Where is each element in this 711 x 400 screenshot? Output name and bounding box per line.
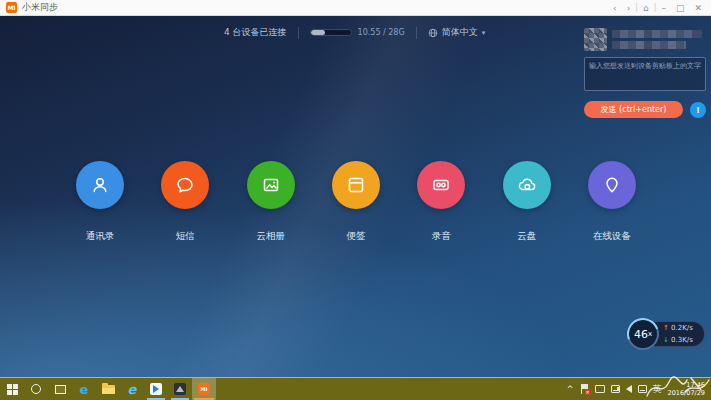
- storage-used-label: 10.55 / 28G: [358, 28, 405, 37]
- taskbar-player-app[interactable]: [144, 378, 168, 400]
- network-icon[interactable]: [595, 385, 605, 393]
- storage-progress: 10.55 / 28G: [310, 28, 405, 37]
- storage-progress-fill: [311, 30, 325, 35]
- send-button[interactable]: 发送 (ctrl+enter): [584, 101, 683, 118]
- folder-icon: [102, 385, 115, 394]
- zoom-badge[interactable]: 46x: [627, 318, 659, 350]
- send-text-panel: 发送 (ctrl+enter) !: [584, 28, 706, 118]
- module-grid: 通讯录 短信 云相册: [62, 161, 650, 243]
- mi-sync-icon: MI: [198, 383, 210, 395]
- taskbar-internet-explorer[interactable]: e: [120, 378, 144, 400]
- maximize-button[interactable]: □: [671, 1, 690, 15]
- online-device-icon: [588, 161, 636, 209]
- zoom-value: 46: [634, 328, 648, 341]
- send-row: 发送 (ctrl+enter) !: [584, 101, 706, 118]
- network-speeds: ↑ 0.2K/s ↓ 0.3K/s: [663, 322, 693, 346]
- screen: MI 小米同步 ‹ › | ⌂ | – □ ✕ 4 台设备已连接 10.55 /…: [0, 0, 711, 400]
- language-label: 简体中文: [442, 26, 478, 39]
- system-tray: ^ ✕ 英 17:46 2016/07/29: [567, 378, 711, 400]
- close-button[interactable]: ✕: [689, 1, 707, 15]
- ime-language-indicator[interactable]: 英: [653, 383, 662, 396]
- forward-button[interactable]: ›: [622, 1, 636, 15]
- action-center-alert-icon[interactable]: ✕: [580, 384, 589, 394]
- zoom-suffix: x: [648, 330, 652, 338]
- download-arrow-icon: ↓: [663, 336, 669, 344]
- internet-explorer-icon: e: [128, 383, 137, 396]
- edge-icon: e: [80, 383, 89, 396]
- cortana-icon: [31, 384, 41, 394]
- send-text-input[interactable]: [584, 57, 706, 91]
- taskbar-mi-sync[interactable]: MI: [192, 378, 216, 400]
- language-selector[interactable]: 简体中文 ▾: [428, 26, 486, 39]
- globe-icon: [428, 28, 438, 38]
- taskbar-edge[interactable]: e: [72, 378, 96, 400]
- clock-time: 17:46: [668, 381, 705, 389]
- album-icon: [247, 161, 295, 209]
- back-button[interactable]: ‹: [608, 1, 622, 15]
- module-label: 云盘: [517, 230, 536, 243]
- volume-icon[interactable]: [626, 385, 632, 393]
- module-recordings[interactable]: 录音: [403, 161, 479, 243]
- devices-connected-label: 4 台设备已连接: [224, 26, 287, 39]
- task-view-icon: [55, 385, 66, 394]
- sms-icon: [161, 161, 209, 209]
- redacted-text-bar: [612, 30, 702, 38]
- minimize-button[interactable]: –: [656, 1, 671, 15]
- module-sms[interactable]: 短信: [147, 161, 223, 243]
- cloud-icon: [503, 161, 551, 209]
- module-label: 便签: [346, 230, 365, 243]
- windows-logo-icon: [7, 384, 18, 395]
- module-cloud-drive[interactable]: 云盘: [489, 161, 565, 243]
- recorder-icon: [417, 161, 465, 209]
- info-button[interactable]: !: [690, 102, 706, 118]
- storage-progress-track: [310, 29, 352, 36]
- taskbar-file-explorer[interactable]: [96, 378, 120, 400]
- window-title: 小米同步: [22, 1, 58, 14]
- taskbar: e e MI ^ ✕ 英 17:46 2016/07/29: [0, 378, 711, 400]
- cortana-button[interactable]: [24, 378, 48, 400]
- redacted-text-bar: [612, 41, 686, 49]
- contacts-icon: [76, 161, 124, 209]
- home-button[interactable]: ⌂: [638, 1, 654, 15]
- app-background: 4 台设备已连接 10.55 / 28G 简体中文 ▾: [0, 16, 711, 378]
- status-header: 4 台设备已连接 10.55 / 28G 简体中文 ▾: [224, 26, 485, 39]
- start-button[interactable]: [0, 378, 24, 400]
- module-contacts[interactable]: 通讯录: [62, 161, 138, 243]
- taskbar-clock[interactable]: 17:46 2016/07/29: [668, 381, 707, 397]
- module-label: 在线设备: [593, 230, 631, 243]
- module-label: 通讯录: [86, 230, 115, 243]
- taskbar-empty-area: [216, 378, 567, 400]
- notes-icon: [332, 161, 380, 209]
- upload-arrow-icon: ↑: [663, 324, 669, 332]
- task-view-button[interactable]: [48, 378, 72, 400]
- show-hidden-icons-chevron[interactable]: ^: [567, 385, 574, 394]
- username-redacted: [612, 28, 706, 52]
- module-label: 短信: [176, 230, 195, 243]
- dark-app-icon: [174, 383, 186, 395]
- download-speed: ↓ 0.3K/s: [663, 334, 693, 346]
- header-divider: [298, 27, 299, 39]
- window-titlebar: MI 小米同步 ‹ › | ⌂ | – □ ✕: [0, 0, 711, 16]
- module-online-devices[interactable]: 在线设备: [574, 161, 650, 243]
- notifications-icon[interactable]: [638, 385, 647, 393]
- clock-date: 2016/07/29: [668, 389, 705, 397]
- chevron-down-icon: ▾: [482, 29, 486, 37]
- mi-logo-icon: MI: [6, 2, 17, 13]
- user-row: [584, 28, 706, 52]
- header-divider: [416, 27, 417, 39]
- module-notes[interactable]: 便签: [318, 161, 394, 243]
- taskbar-dark-app[interactable]: [168, 378, 192, 400]
- player-icon: [150, 383, 162, 395]
- upload-speed: ↑ 0.2K/s: [663, 322, 693, 334]
- speed-overlay[interactable]: ↑ 0.2K/s ↓ 0.3K/s 46x: [627, 318, 707, 350]
- module-cloud-album[interactable]: 云相册: [233, 161, 309, 243]
- alert-badge: ✕: [585, 389, 591, 395]
- module-label: 录音: [432, 230, 451, 243]
- avatar[interactable]: [584, 28, 607, 51]
- module-label: 云相册: [256, 230, 285, 243]
